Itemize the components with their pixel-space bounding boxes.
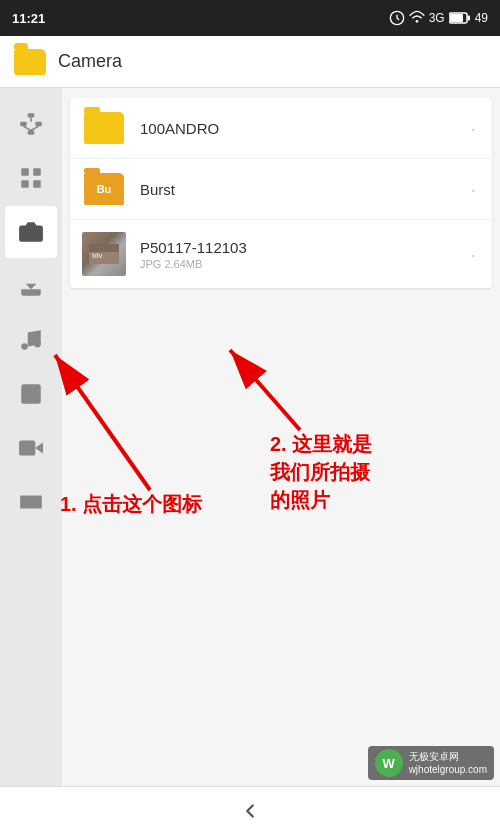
title-bar: Camera <box>0 36 500 88</box>
svg-rect-14 <box>21 180 29 188</box>
sidebar-item-music[interactable] <box>5 314 57 366</box>
list-item[interactable]: 100ANDRO · <box>70 98 492 159</box>
thumb-image: tdv <box>89 244 119 264</box>
svg-rect-13 <box>33 168 41 176</box>
file-info-100andro: 100ANDRO <box>140 120 452 137</box>
back-button[interactable] <box>232 793 268 829</box>
sidebar-item-download[interactable] <box>5 260 57 312</box>
svg-line-10 <box>23 126 31 130</box>
svg-rect-23 <box>19 440 35 455</box>
svg-point-18 <box>21 343 28 350</box>
clock-icon <box>389 10 405 26</box>
burst-folder: Bu <box>84 173 124 205</box>
svg-point-25 <box>32 499 39 506</box>
svg-rect-15 <box>33 180 41 188</box>
file-meta: JPG 2.64MB <box>140 258 452 270</box>
svg-point-1 <box>415 20 418 23</box>
file-name: P50117-112103 <box>140 239 452 256</box>
bottom-nav <box>0 786 500 834</box>
more-icon[interactable]: · <box>466 243 480 266</box>
folder-icon-100andro <box>82 110 126 146</box>
file-name: 100ANDRO <box>140 120 452 137</box>
file-thumbnail: tdv <box>82 232 126 276</box>
back-icon <box>239 800 261 822</box>
svg-rect-6 <box>20 122 27 126</box>
svg-line-11 <box>31 126 39 130</box>
sidebar-item-video[interactable] <box>5 422 57 474</box>
folder-title-icon <box>14 49 46 75</box>
svg-point-16 <box>27 229 36 238</box>
grid-icon <box>18 165 44 191</box>
folder-icon-burst: Bu <box>82 171 126 207</box>
svg-rect-8 <box>28 131 35 135</box>
more-icon[interactable]: · <box>466 117 480 140</box>
status-time: 11:21 <box>12 11 45 26</box>
sidebar-item-camera[interactable] <box>5 206 57 258</box>
download-icon <box>18 273 44 299</box>
signal-label: 3G <box>429 11 445 25</box>
page-title: Camera <box>58 51 122 72</box>
music-icon <box>18 327 44 353</box>
svg-rect-7 <box>35 122 42 126</box>
svg-marker-22 <box>35 443 43 454</box>
svg-text:tdv: tdv <box>92 252 103 259</box>
battery-icon <box>449 12 471 24</box>
sidebar-item-grid[interactable] <box>5 152 57 204</box>
sidebar-item-vr[interactable] <box>5 476 57 528</box>
sidebar-item-hierarchy[interactable] <box>5 98 57 150</box>
annotation-text-1: 1. 点击这个图标 <box>60 490 202 518</box>
vr-icon <box>18 489 44 515</box>
file-info-burst: Burst <box>140 181 452 198</box>
battery-level: 49 <box>475 11 488 25</box>
wifi-icon <box>409 10 425 26</box>
file-name: Burst <box>140 181 452 198</box>
svg-point-19 <box>34 341 41 348</box>
more-icon[interactable]: · <box>466 178 480 201</box>
hierarchy-icon <box>18 111 44 137</box>
sidebar <box>0 88 62 786</box>
svg-rect-4 <box>467 16 470 21</box>
svg-rect-27 <box>89 244 119 252</box>
svg-rect-3 <box>450 14 463 22</box>
watermark: W 无极安卓网 wjhotelgroup.com <box>368 746 494 780</box>
svg-point-24 <box>23 499 30 506</box>
image-icon <box>18 381 44 407</box>
svg-point-21 <box>26 389 29 392</box>
main-layout: 100ANDRO · Bu Burst · <box>0 88 500 786</box>
camera-icon <box>18 219 44 245</box>
status-bar: 11:21 3G 49 <box>0 0 500 36</box>
svg-rect-12 <box>21 168 29 176</box>
file-info-photo: P50117-112103 JPG 2.64MB <box>140 239 452 270</box>
list-item[interactable]: Bu Burst · <box>70 159 492 220</box>
sidebar-item-image[interactable] <box>5 368 57 420</box>
list-item[interactable]: tdv P50117-112103 JPG 2.64MB · <box>70 220 492 288</box>
watermark-logo: W <box>375 749 403 777</box>
status-icons: 3G 49 <box>389 10 488 26</box>
svg-rect-5 <box>28 113 35 117</box>
file-list-card: 100ANDRO · Bu Burst · <box>70 98 492 288</box>
video-icon <box>18 435 44 461</box>
watermark-text: 无极安卓网 wjhotelgroup.com <box>409 750 487 776</box>
annotation-text-2: 2. 这里就是 我们所拍摄 的照片 <box>270 430 372 514</box>
